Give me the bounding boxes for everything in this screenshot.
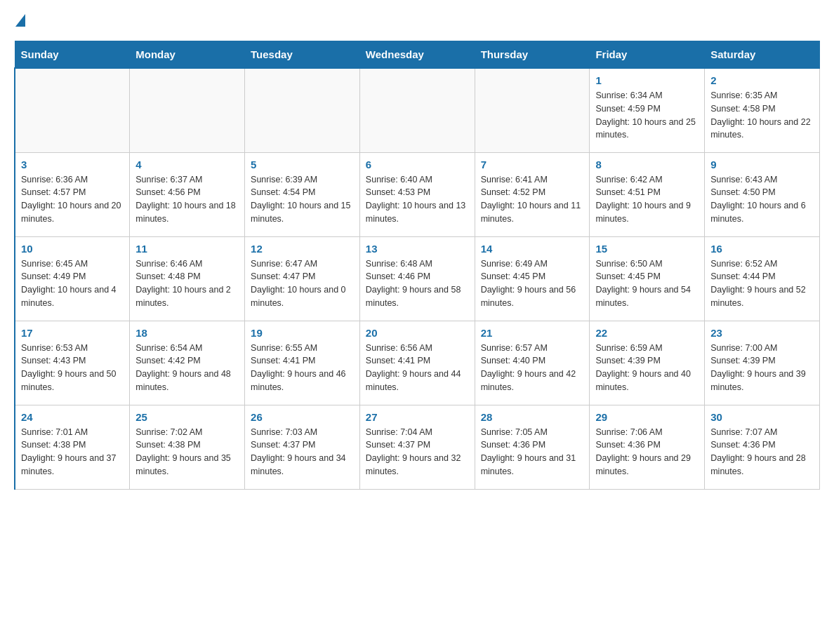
calendar-header-thursday: Thursday: [475, 41, 590, 69]
calendar-cell: 1Sunrise: 6:34 AMSunset: 4:59 PMDaylight…: [590, 68, 705, 152]
day-info: Sunrise: 6:46 AMSunset: 4:48 PMDaylight:…: [135, 257, 239, 310]
calendar-cell: 23Sunrise: 7:00 AMSunset: 4:39 PMDayligh…: [705, 321, 820, 405]
calendar-header-monday: Monday: [130, 41, 245, 69]
calendar-week-row: 10Sunrise: 6:45 AMSunset: 4:49 PMDayligh…: [15, 236, 820, 321]
calendar-cell: 26Sunrise: 7:03 AMSunset: 4:37 PMDayligh…: [245, 405, 360, 489]
day-info: Sunrise: 6:50 AMSunset: 4:45 PMDaylight:…: [595, 257, 699, 310]
calendar-cell: [15, 68, 130, 152]
day-number: 29: [595, 411, 699, 423]
calendar-cell: [475, 68, 590, 152]
calendar-cell: 11Sunrise: 6:46 AMSunset: 4:48 PMDayligh…: [130, 236, 245, 321]
day-number: 11: [135, 243, 239, 255]
day-info: Sunrise: 6:34 AMSunset: 4:59 PMDaylight:…: [595, 89, 699, 142]
day-number: 1: [595, 74, 699, 86]
calendar-cell: 12Sunrise: 6:47 AMSunset: 4:47 PMDayligh…: [245, 236, 360, 321]
day-info: Sunrise: 6:49 AMSunset: 4:45 PMDaylight:…: [481, 257, 584, 310]
day-info: Sunrise: 6:45 AMSunset: 4:49 PMDaylight:…: [21, 257, 124, 310]
page-header: [14, 14, 820, 27]
calendar-week-row: 17Sunrise: 6:53 AMSunset: 4:43 PMDayligh…: [15, 321, 820, 405]
calendar-cell: [359, 68, 475, 152]
day-info: Sunrise: 7:07 AMSunset: 4:36 PMDaylight:…: [710, 426, 814, 478]
day-number: 20: [366, 327, 469, 339]
day-number: 14: [481, 243, 584, 255]
calendar-cell: 30Sunrise: 7:07 AMSunset: 4:36 PMDayligh…: [705, 405, 820, 489]
day-info: Sunrise: 7:04 AMSunset: 4:37 PMDaylight:…: [366, 426, 469, 478]
day-number: 15: [595, 243, 699, 255]
day-number: 8: [595, 159, 699, 170]
calendar-cell: 4Sunrise: 6:37 AMSunset: 4:56 PMDaylight…: [130, 152, 245, 236]
calendar-header-friday: Friday: [590, 41, 705, 69]
day-info: Sunrise: 6:43 AMSunset: 4:50 PMDaylight:…: [710, 173, 814, 226]
calendar-week-row: 1Sunrise: 6:34 AMSunset: 4:59 PMDaylight…: [15, 68, 820, 152]
day-info: Sunrise: 6:54 AMSunset: 4:42 PMDaylight:…: [135, 342, 239, 394]
day-info: Sunrise: 7:00 AMSunset: 4:39 PMDaylight:…: [710, 342, 814, 394]
day-info: Sunrise: 7:01 AMSunset: 4:38 PMDaylight:…: [21, 426, 124, 478]
calendar-cell: 5Sunrise: 6:39 AMSunset: 4:54 PMDaylight…: [245, 152, 360, 236]
day-number: 26: [251, 411, 354, 423]
logo-triangle-icon: [15, 14, 25, 27]
calendar-cell: 22Sunrise: 6:59 AMSunset: 4:39 PMDayligh…: [590, 321, 705, 405]
day-number: 27: [366, 411, 469, 423]
day-number: 12: [251, 243, 354, 255]
day-info: Sunrise: 6:39 AMSunset: 4:54 PMDaylight:…: [251, 173, 354, 226]
day-info: Sunrise: 6:37 AMSunset: 4:56 PMDaylight:…: [135, 173, 239, 226]
calendar-cell: 20Sunrise: 6:56 AMSunset: 4:41 PMDayligh…: [359, 321, 475, 405]
day-number: 22: [595, 327, 699, 339]
calendar-cell: 24Sunrise: 7:01 AMSunset: 4:38 PMDayligh…: [15, 405, 130, 489]
day-info: Sunrise: 7:05 AMSunset: 4:36 PMDaylight:…: [481, 426, 584, 478]
day-info: Sunrise: 7:02 AMSunset: 4:38 PMDaylight:…: [135, 426, 239, 478]
day-number: 24: [21, 411, 124, 423]
calendar-header-sunday: Sunday: [15, 41, 130, 69]
day-info: Sunrise: 6:42 AMSunset: 4:51 PMDaylight:…: [595, 173, 699, 226]
day-info: Sunrise: 6:53 AMSunset: 4:43 PMDaylight:…: [21, 342, 124, 394]
day-number: 16: [710, 243, 814, 255]
day-number: 23: [710, 327, 814, 339]
day-number: 6: [366, 159, 469, 170]
calendar-cell: 21Sunrise: 6:57 AMSunset: 4:40 PMDayligh…: [475, 321, 590, 405]
day-number: 19: [251, 327, 354, 339]
day-number: 9: [710, 159, 814, 170]
logo: [14, 14, 25, 27]
calendar-cell: 2Sunrise: 6:35 AMSunset: 4:58 PMDaylight…: [705, 68, 820, 152]
day-number: 7: [481, 159, 584, 170]
calendar-table: SundayMondayTuesdayWednesdayThursdayFrid…: [14, 41, 820, 490]
calendar-week-row: 3Sunrise: 6:36 AMSunset: 4:57 PMDaylight…: [15, 152, 820, 236]
day-info: Sunrise: 6:56 AMSunset: 4:41 PMDaylight:…: [366, 342, 469, 394]
calendar-cell: [245, 68, 360, 152]
day-number: 30: [710, 411, 814, 423]
calendar-cell: 28Sunrise: 7:05 AMSunset: 4:36 PMDayligh…: [475, 405, 590, 489]
calendar-cell: 13Sunrise: 6:48 AMSunset: 4:46 PMDayligh…: [359, 236, 475, 321]
calendar-cell: 10Sunrise: 6:45 AMSunset: 4:49 PMDayligh…: [15, 236, 130, 321]
calendar-cell: 25Sunrise: 7:02 AMSunset: 4:38 PMDayligh…: [130, 405, 245, 489]
day-info: Sunrise: 6:52 AMSunset: 4:44 PMDaylight:…: [710, 257, 814, 310]
calendar-cell: 9Sunrise: 6:43 AMSunset: 4:50 PMDaylight…: [705, 152, 820, 236]
day-info: Sunrise: 6:59 AMSunset: 4:39 PMDaylight:…: [595, 342, 699, 394]
calendar-week-row: 24Sunrise: 7:01 AMSunset: 4:38 PMDayligh…: [15, 405, 820, 489]
day-info: Sunrise: 6:40 AMSunset: 4:53 PMDaylight:…: [366, 173, 469, 226]
calendar-cell: 16Sunrise: 6:52 AMSunset: 4:44 PMDayligh…: [705, 236, 820, 321]
day-number: 2: [710, 74, 814, 86]
calendar-cell: 3Sunrise: 6:36 AMSunset: 4:57 PMDaylight…: [15, 152, 130, 236]
calendar-cell: 27Sunrise: 7:04 AMSunset: 4:37 PMDayligh…: [359, 405, 475, 489]
day-number: 21: [481, 327, 584, 339]
calendar-header-saturday: Saturday: [705, 41, 820, 69]
day-number: 17: [21, 327, 124, 339]
calendar-header-wednesday: Wednesday: [359, 41, 475, 69]
calendar-cell: 14Sunrise: 6:49 AMSunset: 4:45 PMDayligh…: [475, 236, 590, 321]
calendar-header-row: SundayMondayTuesdayWednesdayThursdayFrid…: [15, 41, 820, 69]
calendar-cell: 6Sunrise: 6:40 AMSunset: 4:53 PMDaylight…: [359, 152, 475, 236]
day-info: Sunrise: 6:41 AMSunset: 4:52 PMDaylight:…: [481, 173, 584, 226]
day-number: 10: [21, 243, 124, 255]
day-number: 18: [135, 327, 239, 339]
day-number: 13: [366, 243, 469, 255]
day-number: 5: [251, 159, 354, 170]
day-number: 4: [135, 159, 239, 170]
day-number: 3: [21, 159, 124, 170]
calendar-header-tuesday: Tuesday: [245, 41, 360, 69]
day-info: Sunrise: 6:35 AMSunset: 4:58 PMDaylight:…: [710, 89, 814, 142]
calendar-cell: 17Sunrise: 6:53 AMSunset: 4:43 PMDayligh…: [15, 321, 130, 405]
day-number: 28: [481, 411, 584, 423]
calendar-cell: 8Sunrise: 6:42 AMSunset: 4:51 PMDaylight…: [590, 152, 705, 236]
day-info: Sunrise: 6:48 AMSunset: 4:46 PMDaylight:…: [366, 257, 469, 310]
calendar-cell: 15Sunrise: 6:50 AMSunset: 4:45 PMDayligh…: [590, 236, 705, 321]
